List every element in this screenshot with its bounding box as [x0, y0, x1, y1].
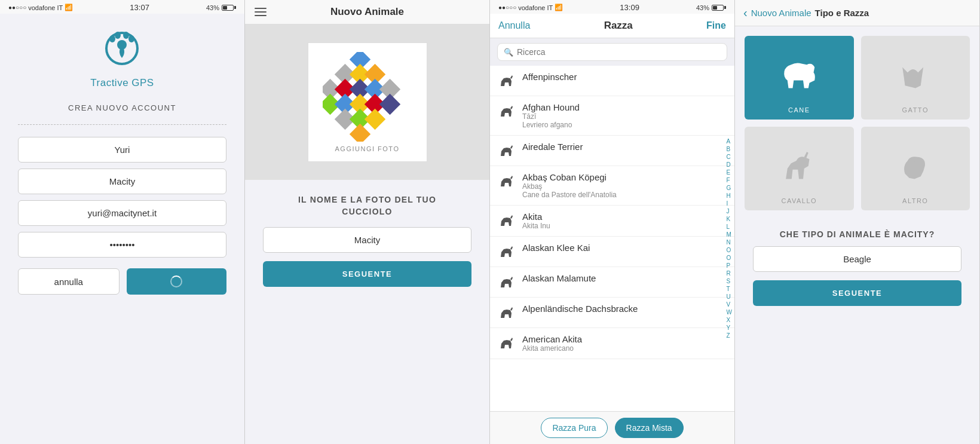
- alpha-letter[interactable]: R: [725, 270, 733, 277]
- password-input[interactable]: [18, 232, 226, 258]
- svg-rect-22: [364, 109, 385, 130]
- add-photo-label: AGGIUNGI FOTO: [335, 145, 400, 152]
- alpha-letter[interactable]: F: [725, 176, 733, 184]
- alpha-letter[interactable]: V: [725, 301, 733, 308]
- app-logo: Tractive GPS: [90, 26, 154, 89]
- alpha-letter[interactable]: H: [725, 192, 733, 200]
- alpha-letter[interactable]: D: [725, 161, 733, 169]
- pet-name-input[interactable]: [263, 227, 471, 253]
- search-input-container[interactable]: 🔍: [497, 43, 727, 61]
- alpha-letter[interactable]: O: [725, 246, 733, 254]
- breed-alt: Akita americano: [522, 344, 582, 353]
- alpha-letter[interactable]: L: [725, 223, 733, 231]
- alpha-letter[interactable]: A: [725, 137, 733, 145]
- alpha-letter[interactable]: I: [725, 200, 733, 207]
- signal-dots: ●●○○○: [8, 4, 26, 11]
- selected-breed: Beagle: [753, 246, 961, 272]
- back-icon[interactable]: ‹: [743, 6, 748, 20]
- alpha-letter[interactable]: Y: [725, 324, 733, 332]
- animal-cavallo[interactable]: CAVALLO: [745, 127, 854, 210]
- done-nav[interactable]: Fine: [706, 20, 726, 31]
- wifi-3: 📶: [555, 4, 563, 11]
- breed-list-item[interactable]: Alpenländische Dachsbracke: [490, 298, 734, 328]
- breed-type-tabs: Razza Pura Razza Mista: [490, 411, 734, 444]
- carrier-3: vodafone IT: [518, 4, 553, 11]
- breed-list-item[interactable]: Akbaş Coban Köpegi Akbaş Cane da Pastore…: [490, 166, 734, 206]
- breed-dog-icon: [498, 335, 515, 352]
- breed-list-container: Affenpinscher Afghan Hound Tāzī Levriero…: [490, 66, 734, 411]
- breed-list-item[interactable]: Afghan Hound Tāzī Levriero afgano: [490, 96, 734, 136]
- svg-point-5: [128, 35, 134, 42]
- breed-alt: Tāzī: [522, 112, 580, 121]
- screen2-main: IL NOME E LA FOTO DEL TUO CUCCIOLO SEGUE…: [245, 180, 489, 444]
- mixed-breed-tab[interactable]: Razza Mista: [615, 418, 684, 438]
- alpha-letter[interactable]: N: [725, 238, 733, 246]
- breed-name: Alaskan Malamute: [522, 273, 596, 283]
- search-breed-input[interactable]: [517, 47, 721, 57]
- alpha-letter[interactable]: M: [725, 231, 733, 238]
- alpha-letter[interactable]: C: [725, 153, 733, 161]
- photo-box[interactable]: AGGIUNGI FOTO: [308, 42, 427, 162]
- svg-rect-23: [349, 124, 370, 142]
- other-silhouette: [895, 148, 936, 189]
- alpha-letter[interactable]: K: [725, 215, 733, 223]
- breed-dog-icon: [498, 244, 515, 261]
- hamburger-menu[interactable]: [255, 8, 267, 16]
- breed-alt2: Levriero afgano: [522, 121, 580, 129]
- alpha-letter[interactable]: J: [725, 207, 733, 215]
- screen4-next-button[interactable]: SEGUENTE: [753, 280, 961, 306]
- screen1-buttons: annulla: [18, 268, 226, 295]
- alpha-letter[interactable]: B: [725, 145, 733, 153]
- submit-button[interactable]: [127, 268, 227, 295]
- alpha-letter[interactable]: X: [725, 316, 733, 324]
- screen4-navbar: ‹ Nuovo Animale Tipo e Razza: [735, 0, 979, 26]
- cancel-nav[interactable]: Annulla: [498, 20, 530, 31]
- screen1-content: Tractive GPS CREA NUOVO ACCOUNT annulla: [0, 14, 244, 444]
- cancel-button[interactable]: annulla: [18, 268, 120, 295]
- breed-name: American Akita: [522, 334, 582, 344]
- alpha-letter[interactable]: E: [725, 169, 733, 176]
- next-button[interactable]: SEGUENTE: [263, 261, 471, 287]
- breed-alt: Akita Inu: [522, 222, 550, 230]
- breed-list-item[interactable]: Alaskan Klee Kai: [490, 237, 734, 267]
- firstname-input[interactable]: [18, 137, 226, 163]
- screen-3-breed: ●●○○○ vodafone IT 📶 13:09 43% Annulla Ra…: [490, 0, 735, 444]
- alpha-letter[interactable]: P: [725, 262, 733, 270]
- alpha-letter[interactable]: G: [725, 184, 733, 192]
- screen3-time: 13:09: [620, 3, 639, 12]
- breed-list-item[interactable]: American Akita Akita americano: [490, 328, 734, 359]
- carrier-name: vodafone IT: [28, 4, 63, 11]
- screen-2-new-animal: Nuovo Animale: [245, 0, 490, 444]
- screen2-navbar: Nuovo Animale: [245, 0, 489, 25]
- cavallo-label: CAVALLO: [781, 197, 817, 204]
- breadcrumb-current: Tipo e Razza: [815, 8, 869, 18]
- breed-list-item[interactable]: Akita Akita Inu: [490, 206, 734, 237]
- alpha-letter[interactable]: U: [725, 293, 733, 301]
- animal-altro[interactable]: ALTRO: [861, 127, 970, 210]
- alpha-letter[interactable]: S: [725, 277, 733, 285]
- email-input[interactable]: [18, 200, 226, 226]
- breed-list-item[interactable]: Alaskan Malamute: [490, 267, 734, 298]
- animal-gatto[interactable]: GATTO: [861, 36, 970, 120]
- breed-list-item[interactable]: Affenpinscher: [490, 66, 734, 96]
- breadcrumb-parent[interactable]: Nuovo Animale: [751, 8, 811, 18]
- alpha-letter[interactable]: O: [725, 254, 733, 262]
- pure-breed-tab[interactable]: Razza Pura: [541, 418, 607, 438]
- breed-name: Alpenländische Dachsbracke: [522, 304, 638, 314]
- svg-point-25: [911, 160, 915, 164]
- screen2-nav-title: Nuovo Animale: [330, 6, 404, 18]
- battery-icon-3: [712, 5, 726, 11]
- battery-pct-3: 43%: [696, 4, 709, 11]
- app-name: Tractive GPS: [90, 77, 154, 89]
- svg-point-24: [808, 64, 813, 68]
- photo-upload-area[interactable]: AGGIUNGI FOTO: [245, 25, 489, 180]
- cane-icon: [775, 54, 823, 102]
- breed-list-item[interactable]: Airedale Terrier: [490, 136, 734, 166]
- animal-cane[interactable]: CANE: [745, 36, 854, 120]
- svg-point-2: [109, 35, 115, 42]
- instruction-text: IL NOME E LA FOTO DEL TUO CUCCIOLO: [263, 180, 471, 227]
- alpha-letter[interactable]: Z: [725, 332, 733, 339]
- alpha-letter[interactable]: W: [725, 308, 733, 316]
- lastname-input[interactable]: [18, 169, 226, 194]
- alpha-letter[interactable]: T: [725, 285, 733, 293]
